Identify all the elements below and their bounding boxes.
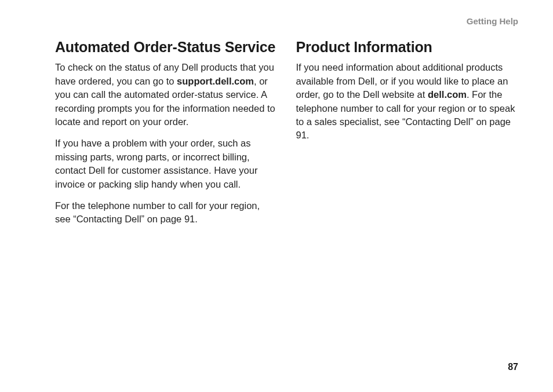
paragraph: To check on the status of any Dell produ…	[55, 61, 278, 129]
left-column: Automated Order-Status Service To check …	[55, 38, 278, 235]
paragraph: If you need information about additional…	[296, 61, 519, 142]
section-header-label: Getting Help	[467, 16, 518, 26]
paragraph: For the telephone number to call for you…	[55, 199, 278, 226]
right-column: Product Information If you need informat…	[296, 38, 519, 235]
bold-url: dell.com	[428, 89, 467, 100]
bold-url: support.dell.com	[177, 76, 254, 86]
heading-automated-order-status: Automated Order-Status Service	[55, 38, 278, 56]
page-content: Automated Order-Status Service To check …	[55, 38, 518, 235]
page-number: 87	[508, 362, 518, 372]
paragraph: If you have a problem with your order, s…	[55, 137, 278, 191]
heading-product-information: Product Information	[296, 38, 519, 56]
